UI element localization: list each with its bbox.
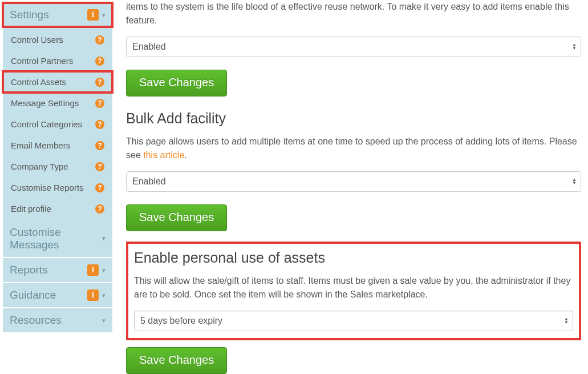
save-button[interactable]: Save Changes	[126, 204, 227, 231]
info-icon[interactable]: i	[87, 9, 99, 21]
bulk-add-description: This page allows users to add multiple i…	[126, 135, 581, 162]
sidebar-section-label: Guidance	[10, 289, 87, 301]
bulk-desc-prefix: This page allows users to add multiple i…	[126, 136, 577, 160]
sidebar-item-customise-reports[interactable]: Customise Reports ?	[3, 177, 112, 198]
sidebar: Settings i Control Users ? Control Partn…	[0, 0, 117, 374]
help-icon[interactable]: ?	[95, 57, 104, 66]
bulk-article-link[interactable]: this article	[143, 150, 184, 160]
chevron-down-icon	[102, 266, 106, 274]
personal-use-section: Enable personal use of assets This will …	[126, 242, 581, 340]
sidebar-item-label: Control Users	[11, 35, 63, 45]
main-content: items to the system is the life blood of…	[117, 0, 588, 374]
sidebar-item-company-type[interactable]: Company Type ?	[3, 156, 112, 177]
enable-facility-select[interactable]: Enabled ▲▼	[126, 37, 581, 57]
help-icon[interactable]: ?	[95, 162, 104, 171]
sidebar-item-control-assets[interactable]: Control Assets ?	[3, 71, 112, 93]
info-icon[interactable]: i	[87, 289, 99, 301]
help-icon[interactable]: ?	[95, 141, 104, 150]
help-icon[interactable]: ?	[95, 183, 104, 192]
help-icon[interactable]: ?	[95, 204, 104, 214]
sidebar-item-label: Edit profile	[11, 204, 51, 214]
chevron-down-icon	[102, 235, 106, 243]
select-value: 5 days before expiry	[134, 311, 573, 331]
sidebar-section-guidance[interactable]: Guidance i	[3, 283, 112, 307]
personal-use-select[interactable]: 5 days before expiry ▲▼	[134, 311, 573, 331]
help-icon[interactable]: ?	[95, 78, 104, 87]
sidebar-item-label: Company Type	[11, 162, 68, 171]
chevron-down-icon	[102, 316, 106, 324]
sidebar-section-label: Resources	[10, 314, 102, 327]
select-value: Enabled	[126, 171, 581, 192]
sidebar-item-label: Customise Reports	[11, 183, 84, 192]
sidebar-section-customise-messages[interactable]: Customise Messages	[3, 220, 112, 257]
help-icon[interactable]: ?	[95, 99, 104, 108]
sidebar-items-settings: Control Users ? Control Partners ? Contr…	[3, 28, 112, 220]
sidebar-section-label: Reports	[10, 264, 87, 276]
sidebar-item-message-settings[interactable]: Message Settings ?	[3, 93, 112, 114]
personal-use-description: This will allow the sale/gift of items t…	[134, 274, 573, 301]
personal-use-title: Enable personal use of assets	[134, 250, 573, 266]
sidebar-item-label: Message Settings	[11, 98, 79, 108]
save-button[interactable]: Save Changes	[126, 70, 227, 96]
sidebar-item-email-members[interactable]: Email Members ?	[3, 135, 112, 156]
sidebar-item-control-categories[interactable]: Control Categories ?	[3, 114, 112, 135]
help-icon[interactable]: ?	[95, 120, 104, 129]
sidebar-section-settings[interactable]: Settings i	[3, 3, 112, 27]
sidebar-item-label: Email Members	[11, 140, 70, 150]
sidebar-section-label: Customise Messages	[10, 226, 102, 251]
bulk-add-title: Bulk Add facility	[126, 110, 581, 127]
sidebar-item-label: Control Partners	[11, 56, 73, 66]
sidebar-item-control-partners[interactable]: Control Partners ?	[3, 50, 112, 71]
select-value: Enabled	[126, 37, 581, 57]
sidebar-section-reports[interactable]: Reports i	[3, 258, 112, 282]
sidebar-item-edit-profile[interactable]: Edit profile ?	[3, 198, 112, 219]
intro-text: items to the system is the life blood of…	[126, 0, 581, 27]
bulk-add-select[interactable]: Enabled ▲▼	[126, 171, 581, 192]
sidebar-item-control-users[interactable]: Control Users ?	[3, 29, 112, 50]
chevron-down-icon	[102, 11, 106, 19]
save-button[interactable]: Save Changes	[126, 347, 227, 374]
sidebar-section-resources[interactable]: Resources	[3, 308, 112, 332]
sidebar-section-label: Settings	[10, 9, 87, 21]
sidebar-item-label: Control Assets	[11, 77, 66, 87]
chevron-down-icon	[102, 291, 106, 299]
bulk-desc-suffix: .	[184, 150, 186, 160]
sidebar-item-label: Control Categories	[11, 119, 82, 129]
info-icon[interactable]: i	[87, 264, 99, 276]
help-icon[interactable]: ?	[95, 35, 104, 45]
